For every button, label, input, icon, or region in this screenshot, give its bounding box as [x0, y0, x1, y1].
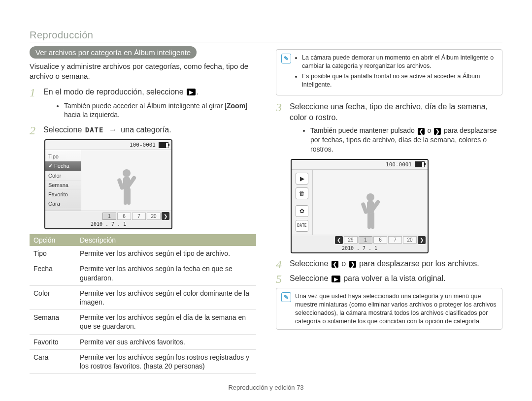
left-column: Ver archivos por categoría en Álbum inte… [30, 46, 256, 374]
cam1-menu: Tipo ✔ Fecha Color Semana Favorito Cara [45, 150, 81, 211]
cam2-strip-1[interactable]: 1 [359, 236, 372, 244]
zoom-label: Zoom [227, 102, 245, 110]
table-row: FechaPermite ver los archivos según la f… [30, 261, 256, 285]
cam2-strip-2[interactable]: 6 [373, 236, 387, 244]
two-columns: Ver archivos por categoría en Álbum inte… [30, 46, 502, 374]
battery-icon [415, 161, 425, 167]
chevron-right-icon: ❯ [349, 261, 356, 268]
step-4-b: o [341, 259, 348, 268]
step-3: 3 Seleccione una fecha, tipo de archivo,… [276, 101, 502, 123]
date-filter-button[interactable]: DATE [296, 220, 308, 232]
th-opcion: Opción [30, 234, 76, 246]
divider [30, 42, 502, 42]
svg-rect-11 [371, 212, 374, 229]
note2-text: Una vez que usted haya seleccionado una … [295, 292, 497, 326]
step-4: 4 Seleccione ❮ o ❯ para desplazarse por … [276, 258, 502, 270]
step-1-bullet-a: También puede acceder al Álbum inteligen… [64, 102, 227, 110]
table-row: CaraPermite ver los archivos según los r… [30, 349, 256, 373]
step-1-text: En el modo de reproducción, seleccione [43, 88, 186, 96]
step-number: 4 [276, 258, 285, 270]
person-silhouette-icon [355, 190, 386, 235]
opt-desc: Permite ver los archivos según los rostr… [76, 349, 256, 373]
intro-text: Visualice y administre archivos por cate… [30, 62, 256, 82]
settings-button[interactable]: ✿ [296, 205, 308, 217]
step-1: 1 En el modo de reproducción, seleccione… [30, 87, 256, 98]
cam2-strip-3[interactable]: 7 [388, 236, 402, 244]
opt-name: Tipo [30, 246, 76, 261]
cam1-date: 2010 . 7 . 1 [45, 221, 171, 228]
cam1-strip-2[interactable]: 7 [132, 213, 146, 220]
person-silhouette-icon [111, 166, 142, 211]
cam2-prev-button[interactable]: ❮ [335, 236, 343, 244]
options-table: Opción Descripción TipoPermite ver los a… [30, 234, 256, 374]
table-row: FavoritoPermite ver sus archivos favorit… [30, 334, 256, 349]
check-icon: ✔ [48, 163, 53, 169]
right-column: ✎ La cámara puede demorar un momento en … [276, 46, 502, 374]
subsection-pill: Ver archivos por categoría en Álbum inte… [30, 46, 197, 59]
cam1-strip-3[interactable]: 20 [147, 213, 161, 220]
smart-album-icon: ▶ [187, 89, 196, 95]
step-2-a: Seleccione [43, 125, 84, 134]
cam2-strip-4[interactable]: 20 [403, 236, 417, 244]
step-1-bullets: También puede acceder al Álbum inteligen… [44, 101, 256, 120]
svg-point-6 [366, 193, 374, 201]
date-label-inline: DATE [85, 125, 104, 135]
cam1-strip: 1 6 7 20 ❯ [45, 211, 171, 221]
cam1-menu-semana[interactable]: Semana [45, 181, 81, 190]
opt-name: Favorito [30, 334, 76, 349]
opt-desc: Permite ver los archivos según el tipo d… [76, 246, 256, 261]
cam1-strip-0[interactable]: 1 [102, 213, 116, 220]
cam1-preview [81, 150, 171, 211]
cam2-counter: 100-0001 [386, 161, 412, 168]
cam1-strip-1[interactable]: 6 [117, 213, 131, 220]
step-3-bullet-b: o [427, 126, 433, 134]
th-descripcion: Descripción [76, 234, 256, 246]
cam1-menu-fecha[interactable]: ✔ Fecha [45, 161, 81, 171]
step-3-bullet-a: También puede mantener pulsado [310, 126, 417, 134]
opt-desc: Permite ver los archivos según el día de… [76, 310, 256, 334]
step-3-bullets: También puede mantener pulsado ❮ o ❯ par… [291, 126, 502, 154]
cam2-topbar: 100-0001 [292, 160, 428, 170]
cam1-topbar: 100-0001 [45, 140, 171, 150]
note-box-1: ✎ La cámara puede demorar un momento en … [276, 49, 502, 95]
cam1-next-button[interactable]: ❯ [162, 212, 169, 220]
step-number: 1 [30, 87, 38, 98]
cam2-date: 2010 . 7 . 1 [292, 245, 428, 252]
cam1-menu-fecha-label: Fecha [54, 163, 69, 169]
table-row: ColorPermite ver los archivos según el c… [30, 285, 256, 309]
svg-rect-4 [124, 188, 127, 205]
cam1-menu-tipo[interactable]: Tipo [45, 152, 81, 161]
page-footer: Reproducción y edición 73 [0, 384, 532, 391]
step-2: 2 Seleccione DATE → una categoría. [30, 124, 256, 136]
step-number: 5 [276, 273, 285, 285]
chevron-left-icon: ❮ [418, 128, 425, 135]
step-5: 5 Seleccione ▶ para volver a la vista or… [276, 273, 502, 285]
table-row: TipoPermite ver los archivos según el ti… [30, 246, 256, 261]
cam2-preview [313, 170, 428, 235]
opt-name: Fecha [30, 261, 76, 285]
step-5-b: para volver a la vista original. [343, 274, 445, 282]
cam2-toolbar: ▶ 🗑 ✿ DATE [292, 170, 313, 235]
camera-screenshot-2: 100-0001 ▶ 🗑 ✿ DATE [291, 159, 429, 253]
cam2-strip-0[interactable]: 29 [344, 236, 358, 244]
cam1-menu-color[interactable]: Color [45, 171, 81, 181]
svg-rect-5 [127, 188, 131, 205]
arrow-right-icon: → [109, 125, 117, 134]
opt-desc: Permite ver los archivos según el color … [76, 285, 256, 309]
cam2-next-button[interactable]: ❯ [418, 236, 426, 244]
cam1-menu-cara[interactable]: Cara [45, 199, 81, 209]
cam2-strip: ❮ 29 1 6 7 20 ❯ [292, 235, 428, 245]
step-number: 2 [30, 124, 38, 136]
play-button[interactable]: ▶ [296, 173, 308, 185]
step-2-b: una categoría. [121, 125, 171, 134]
svg-rect-10 [367, 212, 371, 229]
table-row: SemanaPermite ver los archivos según el … [30, 310, 256, 334]
step-5-a: Seleccione [290, 274, 331, 282]
delete-button[interactable]: 🗑 [296, 187, 308, 199]
opt-name: Cara [30, 349, 76, 373]
opt-name: Semana [30, 310, 76, 334]
opt-desc: Permite ver los archivos según la fecha … [76, 261, 256, 285]
chevron-left-icon: ❮ [332, 261, 338, 268]
cam1-menu-favorito[interactable]: Favorito [45, 190, 81, 199]
playback-icon: ▶ [332, 276, 340, 282]
